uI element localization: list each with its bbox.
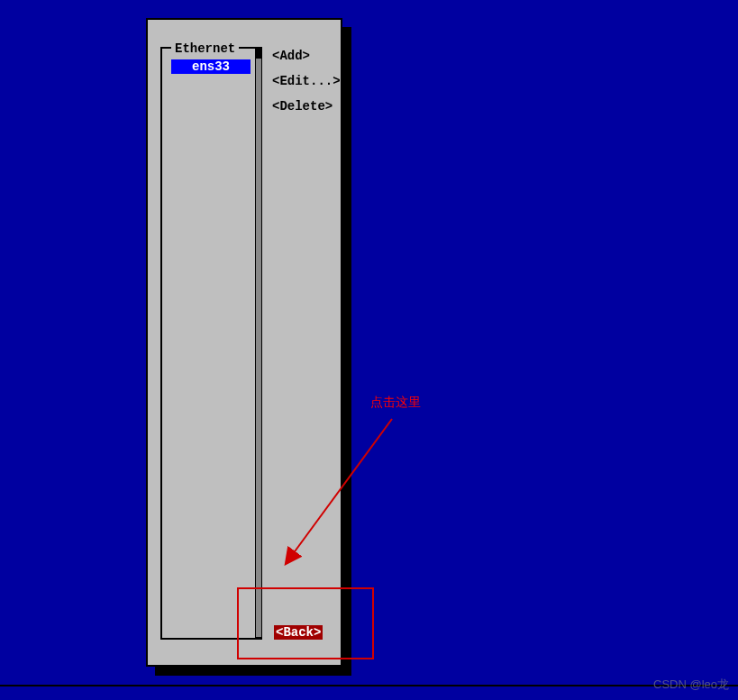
- interface-list-panel: Ethernet ens33: [160, 47, 262, 640]
- horizontal-divider: [0, 685, 738, 686]
- interface-item-ens33[interactable]: ens33: [171, 59, 251, 74]
- scrollbar-thumb[interactable]: [256, 50, 261, 59]
- delete-button[interactable]: <Delete>: [272, 99, 341, 114]
- back-button[interactable]: <Back>: [274, 625, 323, 640]
- add-button[interactable]: <Add>: [272, 49, 341, 63]
- edit-button[interactable]: <Edit...>: [272, 74, 341, 88]
- list-header: Ethernet: [171, 41, 239, 56]
- action-button-group: <Add> <Edit...> <Delete>: [272, 49, 341, 124]
- scrollbar[interactable]: [255, 49, 262, 638]
- annotation-text: 点击这里: [370, 395, 421, 411]
- network-dialog: Ethernet ens33 <Add> <Edit...> <Delete> …: [146, 18, 342, 667]
- watermark: CSDN @leo龙: [653, 677, 729, 693]
